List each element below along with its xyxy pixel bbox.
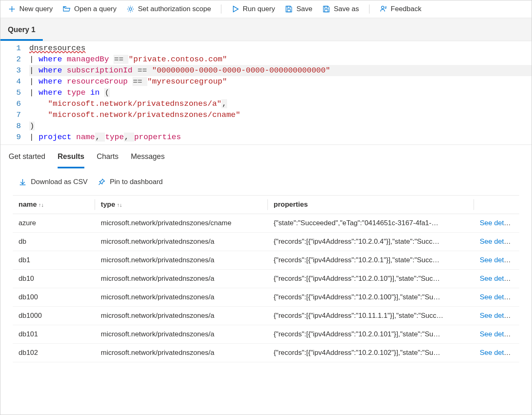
editor-line: 1dnsresources	[0, 43, 532, 54]
see-details-link[interactable]: See details	[480, 293, 514, 301]
cell-type: microsoft.network/privatednszones/a	[95, 325, 268, 344]
sort-icon: ↑↓	[117, 202, 122, 208]
table-row[interactable]: db1000microsoft.network/privatednszones/…	[13, 307, 519, 325]
code-content: "microsoft.network/privatednszones/a",	[29, 98, 532, 110]
save-button[interactable]: Save	[285, 5, 312, 13]
cell-properties: {"records":[{"ipv4Address":"10.11.1.1"}]…	[268, 307, 474, 325]
editor-line: 8)	[0, 121, 532, 132]
editor-line: 2| where managedBy == "private.contoso.c…	[0, 54, 532, 65]
svg-rect-6	[325, 6, 328, 8]
column-header-type[interactable]: type↑↓	[95, 196, 268, 214]
cell-type: microsoft.network/privatednszones/a	[95, 251, 268, 270]
cell-type: microsoft.network/privatednszones/cname	[95, 214, 268, 233]
cell-properties: {"records":[{"ipv4Address":"10.2.0.101"}…	[268, 325, 474, 344]
cell-name: db	[13, 233, 95, 251]
editor-line: 9| project name, type, properties	[0, 132, 532, 143]
table-row[interactable]: azuremicrosoft.network/privatednszones/c…	[13, 214, 519, 233]
pin-dashboard-button[interactable]: Pin to dashboard	[98, 178, 163, 186]
app-container: New query Open a query Set authorization…	[0, 0, 532, 415]
code-content: )	[29, 121, 532, 132]
see-details-link[interactable]: See details	[480, 330, 514, 338]
results-section: Get started Results Charts Messages Down…	[0, 145, 532, 415]
tab-charts[interactable]: Charts	[97, 152, 118, 168]
editor-line: 5| where type in (	[0, 87, 532, 98]
toolbar-divider	[221, 5, 221, 14]
cell-type: microsoft.network/privatednszones/a	[95, 233, 268, 251]
cell-name: azure	[13, 214, 95, 233]
cell-details: See details	[474, 270, 519, 288]
see-details-link[interactable]: See details	[480, 275, 514, 282]
see-details-link[interactable]: See details	[480, 312, 514, 319]
line-number: 1	[0, 43, 29, 54]
code-content: "microsoft.network/privatednszones/cname…	[29, 110, 532, 121]
tab-messages[interactable]: Messages	[131, 152, 165, 168]
svg-line-11	[99, 183, 101, 185]
tab-get-started[interactable]: Get started	[9, 152, 45, 168]
line-number: 3	[0, 65, 29, 76]
set-auth-button[interactable]: Set authorization scope	[126, 5, 211, 13]
see-details-link[interactable]: See details	[480, 219, 514, 227]
see-details-link[interactable]: See details	[480, 349, 514, 357]
cell-properties: {"state":"Succeeded","eTag":"0414651c-31…	[268, 214, 474, 233]
column-header-name[interactable]: name↑↓	[13, 196, 95, 214]
cell-properties: {"records":[{"ipv4Address":"10.2.0.10"}]…	[268, 270, 474, 288]
sort-icon: ↑↓	[38, 202, 44, 208]
cell-details: See details	[474, 344, 519, 362]
column-label: properties	[274, 201, 308, 208]
set-auth-label: Set authorization scope	[138, 5, 211, 13]
code-content: | where resourceGroup == "myresourcegrou…	[29, 76, 532, 87]
table-row[interactable]: db102microsoft.network/privatednszones/a…	[13, 344, 519, 362]
results-actions: Download as CSV Pin to dashboard	[0, 169, 532, 195]
column-label: type	[101, 201, 115, 208]
svg-point-8	[381, 6, 384, 9]
table-row[interactable]: db1microsoft.network/privatednszones/a{"…	[13, 251, 519, 270]
see-details-link[interactable]: See details	[480, 238, 514, 245]
editor-line: 3| where subscriptionId == "00000000-000…	[0, 65, 532, 76]
cell-type: microsoft.network/privatednszones/a	[95, 288, 268, 307]
cell-details: See details	[474, 251, 519, 270]
code-content: | project name, type, properties	[29, 132, 532, 143]
cell-name: db100	[13, 288, 95, 307]
pin-icon	[98, 178, 106, 186]
open-query-button[interactable]: Open a query	[63, 5, 116, 13]
svg-point-2	[129, 8, 132, 10]
cell-details: See details	[474, 233, 519, 251]
play-icon	[231, 5, 239, 13]
column-header-properties[interactable]: properties	[268, 196, 474, 214]
feedback-button[interactable]: Feedback	[379, 5, 422, 13]
table-header-row: name↑↓ type↑↓ properties	[13, 196, 519, 214]
editor-line: 7 "microsoft.network/privatednszones/cna…	[0, 110, 532, 121]
run-query-button[interactable]: Run query	[231, 5, 275, 13]
tab-results[interactable]: Results	[58, 152, 84, 168]
cell-details: See details	[474, 214, 519, 233]
plus-icon	[8, 5, 16, 13]
results-tabs: Get started Results Charts Messages	[0, 145, 532, 169]
cell-details: See details	[474, 288, 519, 307]
open-query-label: Open a query	[74, 5, 116, 13]
new-query-button[interactable]: New query	[8, 5, 53, 13]
cell-properties: {"records":[{"ipv4Address":"10.2.0.1"}],…	[268, 251, 474, 270]
toolbar-divider	[369, 5, 369, 14]
cell-name: db101	[13, 325, 95, 344]
download-csv-button[interactable]: Download as CSV	[19, 178, 88, 186]
table-row[interactable]: db101microsoft.network/privatednszones/a…	[13, 325, 519, 344]
line-number: 7	[0, 110, 29, 121]
cell-name: db1	[13, 251, 95, 270]
code-content: dnsresources	[29, 43, 532, 54]
code-content: | where subscriptionId == "00000000-0000…	[29, 65, 532, 76]
line-number: 8	[0, 121, 29, 132]
save-as-button[interactable]: Save as	[322, 5, 359, 13]
query-tab-1[interactable]: Query 1	[0, 21, 43, 41]
query-tabs: Query 1	[0, 18, 532, 41]
cell-details: See details	[474, 325, 519, 344]
query-editor[interactable]: 1dnsresources2| where managedBy == "priv…	[0, 41, 532, 145]
see-details-link[interactable]: See details	[480, 256, 514, 264]
cell-type: microsoft.network/privatednszones/a	[95, 344, 268, 362]
editor-line: 4| where resourceGroup == "myresourcegro…	[0, 76, 532, 87]
cell-details: See details	[474, 307, 519, 325]
table-row[interactable]: dbmicrosoft.network/privatednszones/a{"r…	[13, 233, 519, 251]
table-row[interactable]: db100microsoft.network/privatednszones/a…	[13, 288, 519, 307]
cell-name: db1000	[13, 307, 95, 325]
table-row[interactable]: db10microsoft.network/privatednszones/a{…	[13, 270, 519, 288]
svg-marker-3	[233, 6, 238, 12]
